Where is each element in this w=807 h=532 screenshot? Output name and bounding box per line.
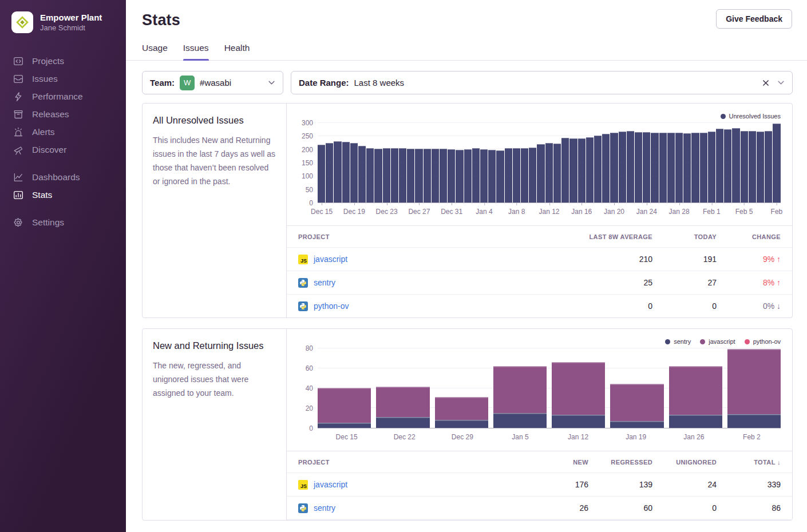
column-header-project[interactable]: PROJECT [298, 233, 588, 240]
segment-sentry [669, 415, 722, 428]
x-tick-label: Jan 28 [669, 208, 690, 216]
sidebar-item-projects[interactable]: Projects [13, 52, 126, 70]
project-link-python-ov[interactable]: python-ov [314, 301, 349, 311]
unresolved-bar [643, 132, 650, 203]
value-cell: 8% ↑ [717, 278, 781, 287]
sidebar-item-label: Projects [32, 56, 64, 66]
tab-health[interactable]: Health [224, 43, 250, 60]
project-link-javascript[interactable]: javascript [314, 255, 347, 264]
project-link-sentry[interactable]: sentry [314, 278, 335, 287]
python-platform-icon [298, 503, 308, 513]
unresolved-bar [569, 138, 577, 203]
sidebar-item-label: Performance [32, 92, 83, 102]
tab-issues[interactable]: Issues [183, 43, 209, 60]
python-platform-icon [298, 301, 308, 311]
legend-dot-icon [721, 114, 726, 119]
unresolved-bar [350, 143, 358, 203]
sidebar-item-performance[interactable]: Performance [13, 88, 126, 105]
unresolved-bar [440, 149, 447, 203]
sidebar-item-stats[interactable]: Stats [13, 186, 126, 204]
segment-sentry [493, 413, 547, 428]
table-row: sentry25278% ↑ [287, 271, 792, 294]
unresolved-bar [627, 131, 634, 203]
unresolved-bar [667, 133, 675, 203]
stacked-bar [552, 362, 605, 428]
segment-sentry [727, 414, 781, 428]
y-tick-label: 200 [302, 146, 313, 154]
give-feedback-button[interactable]: Give Feedback [716, 9, 792, 29]
legend-item-unresolved-issues[interactable]: Unresolved Issues [721, 113, 781, 120]
legend-item-python-ov[interactable]: python-ov [745, 338, 781, 345]
sidebar-item-alerts[interactable]: Alerts [13, 123, 126, 141]
alerts-icon [13, 126, 23, 137]
performance-icon [13, 91, 23, 102]
project-cell: JSjavascript [298, 480, 524, 490]
project-cell: JSjavascript [298, 255, 588, 264]
panel-description: This includes New and Returning issues i… [153, 133, 276, 188]
sidebar-item-settings[interactable]: Settings [13, 213, 126, 231]
team-avatar: W [180, 76, 195, 90]
legend-item-javascript[interactable]: javascript [700, 338, 735, 345]
main-content: Stats Give Feedback UsageIssuesHealth Te… [126, 0, 807, 532]
stacked-bar [493, 366, 547, 428]
team-select[interactable]: Team: W #wasabi [142, 71, 283, 94]
unresolved-bar [472, 148, 480, 203]
date-range-select[interactable]: Date Range: Last 8 weeks [291, 71, 793, 94]
sidebar-item-dashboards[interactable]: Dashboards [13, 168, 126, 186]
y-tick-label: 0 [309, 424, 313, 432]
x-tick-label: Dec 15 [311, 208, 333, 216]
unresolved-bar [383, 148, 390, 203]
date-range-value: Last 8 weeks [354, 78, 405, 88]
legend-label: sentry [674, 338, 691, 345]
y-tick-label: 80 [306, 344, 313, 352]
value-cell: 339 [717, 480, 781, 489]
table-header-row: PROJECTLAST 8W AVERAGETODAYCHANGE [287, 226, 792, 247]
panel-title: All Unresolved Issues [153, 115, 276, 126]
x-axis: Dec 15Dec 19Dec 23Dec 27Dec 31Jan 4Jan 8… [318, 203, 781, 219]
date-range-label: Date Range: [299, 78, 349, 88]
y-tick-label: 250 [302, 132, 313, 140]
project-link-sentry[interactable]: sentry [314, 503, 335, 513]
unresolved-bar [651, 133, 658, 203]
unresolved-issues-chart: Unresolved Issues 050100150200250300 Dec… [287, 110, 792, 219]
tab-usage[interactable]: Usage [142, 43, 168, 60]
segment-javascript [727, 349, 781, 414]
legend-item-sentry[interactable]: sentry [665, 338, 691, 345]
table-header-row: PROJECTNEWREGRESSEDUNIGNOREDTOTAL ↓ [287, 451, 792, 473]
org-switcher[interactable]: Empower Plant Jane Schmidt [0, 0, 126, 33]
value-cell: 60 [588, 503, 652, 513]
project-link-javascript[interactable]: javascript [314, 480, 347, 489]
sidebar-item-issues[interactable]: Issues [13, 70, 126, 88]
releases-icon [13, 109, 23, 120]
unresolved-bar [765, 131, 772, 203]
page-header: Stats Give Feedback UsageIssuesHealth [126, 0, 807, 61]
y-tick-label: 40 [306, 384, 313, 392]
value-cell: 139 [588, 480, 652, 489]
column-header-regressed[interactable]: REGRESSED [588, 459, 652, 466]
unresolved-bar [578, 138, 586, 203]
x-tick-label: Feb 5 [735, 208, 753, 216]
x-tick-label: Jan 16 [571, 208, 592, 216]
y-tick-label: 0 [309, 199, 313, 207]
sidebar-item-releases[interactable]: Releases [13, 105, 126, 123]
x-tick-label: Feb 1 [703, 208, 721, 216]
column-header-total-[interactable]: TOTAL ↓ [717, 459, 781, 466]
sidebar-item-label: Settings [32, 217, 64, 228]
column-header-today[interactable]: TODAY [652, 233, 717, 240]
python-platform-icon [298, 278, 308, 288]
sidebar-item-discover[interactable]: Discover [13, 141, 126, 158]
unresolved-bar [691, 133, 699, 203]
gem-diamond-icon [15, 15, 30, 30]
column-header-new[interactable]: NEW [524, 459, 588, 466]
x-tick-label: Jan 19 [607, 428, 665, 444]
column-header-change[interactable]: CHANGE [717, 233, 781, 240]
column-header-unignored[interactable]: UNIGNORED [652, 459, 717, 466]
value-cell: 191 [652, 255, 717, 264]
column-header-project[interactable]: PROJECT [298, 459, 524, 466]
column-header-last-8w-average[interactable]: LAST 8W AVERAGE [588, 233, 652, 240]
unresolved-bar [456, 150, 463, 203]
unresolved-bar [683, 133, 691, 203]
clear-date-range-icon[interactable] [762, 79, 770, 87]
x-tick-label: Jan 4 [476, 208, 492, 216]
project-cell: python-ov [298, 301, 588, 311]
